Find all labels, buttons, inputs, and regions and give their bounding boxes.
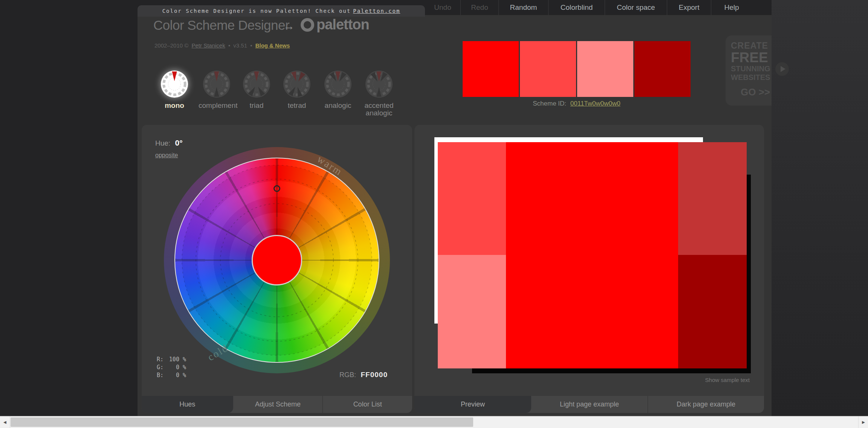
scheme-label: complement bbox=[199, 102, 235, 109]
blue-percent-row: B:0 % bbox=[157, 371, 186, 379]
scheme-id-link[interactable]: 0011Tw0w0w0w0 bbox=[570, 100, 620, 107]
app-title: Color Scheme Designer bbox=[153, 18, 289, 33]
hue-marker-handle[interactable] bbox=[274, 185, 280, 192]
preview-panel-tabs: Preview Light page example Dark page exa… bbox=[414, 396, 764, 413]
tab-light-page-example[interactable]: Light page example bbox=[531, 396, 648, 413]
color-wheel[interactable]: warm cold bbox=[164, 147, 390, 373]
scroll-right-arrow[interactable]: ► bbox=[858, 416, 868, 428]
tab-color-list[interactable]: Color List bbox=[322, 396, 412, 413]
rgb-hex-value: FF0000 bbox=[361, 371, 387, 379]
copyright-text: 2002–2010 © bbox=[154, 42, 188, 49]
palette-swatch-lighter[interactable] bbox=[577, 41, 633, 97]
palette-swatch-dark[interactable] bbox=[634, 41, 691, 97]
scheme-type-mono[interactable]: mono bbox=[153, 69, 196, 109]
scheme-id-label: Scheme ID: bbox=[533, 100, 566, 107]
preview-block-lighter bbox=[438, 255, 506, 368]
top-menu: Undo Redo Random Colorblind Color space … bbox=[425, 0, 752, 15]
blog-news-link[interactable]: Blog & News bbox=[255, 42, 290, 49]
hue-value: 0° bbox=[175, 138, 183, 147]
accented-analogic-wheel-icon bbox=[364, 69, 394, 99]
paletton-brand-name: paletton bbox=[316, 17, 369, 33]
preview-block-light bbox=[438, 142, 506, 255]
preview-block-muted bbox=[678, 142, 747, 255]
menu-item-undo[interactable]: Undo bbox=[425, 0, 460, 15]
paletton-brand-link[interactable]: paletton bbox=[301, 17, 369, 33]
tab-preview[interactable]: Preview bbox=[414, 396, 531, 413]
menu-item-export[interactable]: Export bbox=[667, 0, 711, 15]
paletton-announcement-banner: Color Scheme Designer is now Paletton! C… bbox=[138, 5, 425, 17]
analogic-wheel-icon bbox=[323, 69, 353, 99]
wix-ad-banner[interactable]: CREATE FREE STUNNING WEBSITES GO >> bbox=[726, 35, 772, 106]
arrow-right-icon: → bbox=[283, 20, 295, 32]
ad-line: CREATE bbox=[731, 41, 771, 51]
tab-adjust-scheme[interactable]: Adjust Scheme bbox=[233, 396, 323, 413]
preview-color-composition bbox=[438, 142, 747, 368]
menu-item-color-space[interactable]: Color space bbox=[605, 0, 667, 15]
scheme-label: triad bbox=[238, 102, 275, 109]
tetrad-wheel-icon bbox=[282, 69, 312, 99]
version-text: v3.51 bbox=[233, 42, 247, 49]
hue-label: Hue: bbox=[155, 139, 170, 147]
palette-swatch-primary[interactable] bbox=[463, 41, 519, 97]
copyright-line: 2002–2010 © Petr Stanicek • v3.51 • Blog… bbox=[154, 42, 291, 49]
play-arrow-icon bbox=[781, 66, 785, 72]
ad-expand-button[interactable] bbox=[775, 62, 789, 76]
scrollbar-thumb[interactable] bbox=[11, 417, 473, 427]
green-percent-row: G:0 % bbox=[157, 364, 186, 371]
menu-item-redo[interactable]: Redo bbox=[460, 0, 498, 15]
scheme-type-triad[interactable]: triad bbox=[235, 69, 278, 109]
right-background-zone bbox=[772, 0, 868, 416]
preview-panel: Show sample text Preview Light page exam… bbox=[414, 125, 764, 413]
scheme-type-complement[interactable]: complement bbox=[195, 69, 238, 109]
paletton-logo-icon bbox=[301, 18, 314, 32]
scheme-label: mono bbox=[156, 102, 193, 109]
preview-block-primary bbox=[506, 142, 678, 368]
ad-line: WEBSITES bbox=[731, 73, 771, 82]
triad-wheel-icon bbox=[242, 69, 271, 99]
scheme-label: analogic bbox=[320, 102, 356, 109]
red-percent-row: R:100 % bbox=[157, 356, 186, 364]
scheme-type-analogic[interactable]: analogic bbox=[316, 69, 360, 109]
author-link[interactable]: Petr Stanicek bbox=[191, 42, 225, 49]
scheme-id-row: Scheme ID: 0011Tw0w0w0w0 bbox=[463, 100, 691, 107]
menu-item-colorblind[interactable]: Colorblind bbox=[548, 0, 605, 15]
scheme-label: tetrad bbox=[279, 102, 315, 109]
tab-dark-page-example[interactable]: Dark page example bbox=[648, 396, 764, 413]
scheme-type-tetrad[interactable]: tetrad bbox=[275, 69, 319, 109]
selected-color-disc bbox=[252, 235, 302, 285]
hue-readout: Hue: 0° bbox=[155, 138, 183, 147]
mono-wheel-icon bbox=[160, 69, 189, 99]
bullet-separator: • bbox=[250, 42, 252, 49]
horizontal-scrollbar[interactable]: ◄ ► bbox=[0, 416, 868, 428]
banner-text: Color Scheme Designer is now Paletton! C… bbox=[162, 8, 351, 14]
color-scheme-designer-app: Color Scheme Designer is now Paletton! C… bbox=[0, 0, 868, 428]
complement-wheel-icon bbox=[202, 69, 231, 99]
bullet-separator: • bbox=[228, 42, 230, 49]
menu-item-random[interactable]: Random bbox=[498, 0, 548, 15]
rgb-hex-readout: RGB: FF0000 bbox=[339, 371, 388, 379]
paletton-com-link[interactable]: Paletton.com bbox=[353, 8, 400, 14]
rgb-label: RGB: bbox=[339, 371, 356, 379]
show-sample-text-link[interactable]: Show sample text bbox=[705, 377, 750, 383]
color-wheel-panel: Hue: 0° opposite warm cold R:100 % G:0 %… bbox=[142, 125, 412, 413]
palette-swatch-light[interactable] bbox=[520, 41, 576, 97]
scheme-palette bbox=[463, 41, 691, 97]
ad-line: STUNNING bbox=[731, 64, 771, 73]
menu-item-help[interactable]: Help bbox=[711, 0, 752, 15]
wheel-panel-tabs: Hues Adjust Scheme Color List bbox=[142, 396, 412, 413]
scheme-label: accented analogic bbox=[361, 102, 397, 117]
rgb-percent-readout: R:100 % G:0 % B:0 % bbox=[157, 356, 186, 379]
ad-line: FREE bbox=[731, 51, 771, 64]
scheme-type-accented-analogic[interactable]: accented analogic bbox=[357, 69, 401, 117]
ad-go-link[interactable]: GO >> bbox=[731, 86, 771, 98]
preview-block-dark bbox=[678, 255, 747, 368]
tab-hues[interactable]: Hues bbox=[142, 396, 233, 413]
scroll-left-arrow[interactable]: ◄ bbox=[0, 416, 10, 428]
